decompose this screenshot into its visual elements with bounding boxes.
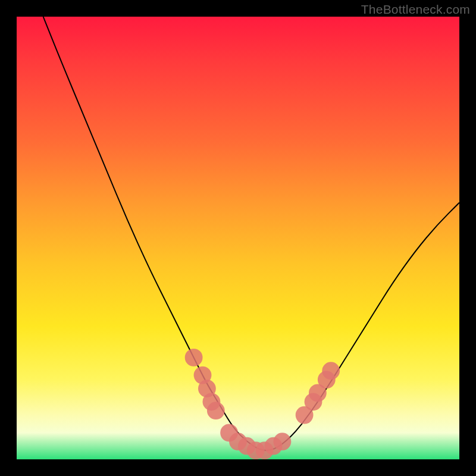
watermark-text: TheBottleneck.com xyxy=(361,2,470,17)
chart-stage: TheBottleneck.com xyxy=(0,0,476,476)
plot-background xyxy=(17,17,459,459)
